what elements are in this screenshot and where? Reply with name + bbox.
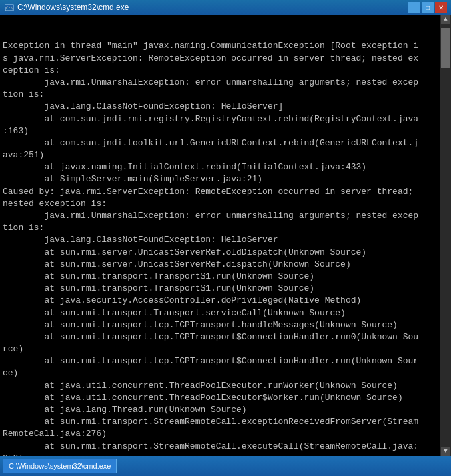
taskbar-item[interactable]: C:\Windows\system32\cmd.exe xyxy=(3,459,117,473)
cmd-window: C:\ C:\Windows\system32\cmd.exe _ □ ✕ Ex… xyxy=(0,0,451,476)
scroll-up-arrow[interactable]: ▲ xyxy=(441,15,450,24)
title-bar: C:\ C:\Windows\system32\cmd.exe _ □ ✕ xyxy=(0,0,451,15)
console-output: Exception in thread "main" javax.naming.… xyxy=(0,15,451,456)
close-button[interactable]: ✕ xyxy=(435,2,447,13)
scroll-down-arrow[interactable]: ▼ xyxy=(441,447,450,456)
vertical-scrollbar[interactable]: ▲ ▼ xyxy=(440,15,451,456)
window-icon: C:\ xyxy=(4,2,15,13)
window-title: C:\Windows\system32\cmd.exe xyxy=(17,3,408,12)
scrollbar-thumb[interactable] xyxy=(441,28,450,68)
svg-text:C:\: C:\ xyxy=(6,5,13,10)
maximize-button[interactable]: □ xyxy=(422,2,434,13)
console-text-content: Exception in thread "main" javax.naming.… xyxy=(3,40,448,456)
window-controls: _ □ ✕ xyxy=(408,2,447,13)
minimize-button[interactable]: _ xyxy=(408,2,420,13)
taskbar: C:\Windows\system32\cmd.exe xyxy=(0,456,451,476)
